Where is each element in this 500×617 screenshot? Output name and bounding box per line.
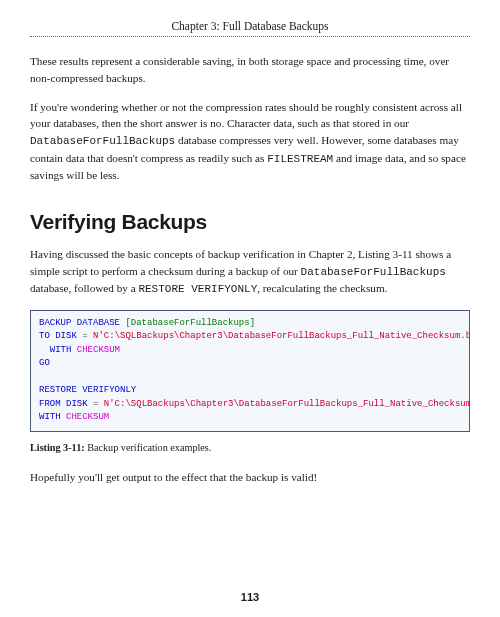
code-listing: BACKUP DATABASE [DatabaseForFullBackups]… [30,310,470,432]
body-paragraph-2: If you're wondering whether or not the c… [30,99,470,184]
body-paragraph-4: Hopefully you'll get output to the effec… [30,469,470,486]
sql-keyword: BACKUP [39,318,71,328]
inline-code-databasename: DatabaseForFullBackups [30,135,175,147]
section-heading: Verifying Backups [30,210,470,234]
inline-code-filestream: FILESTREAM [267,153,333,165]
sql-keyword: WITH [39,345,71,355]
inline-code-databasename: DatabaseForFullBackups [301,266,446,278]
text-run: database, followed by a [30,282,138,294]
sql-keyword: GO [39,358,50,368]
body-paragraph-1: These results represent a considerable s… [30,53,470,87]
sql-keyword: FROM [39,399,61,409]
sql-keyword: WITH [39,412,61,422]
sql-keyword: VERIFYONLY [77,385,136,395]
sql-keyword: DATABASE [71,318,125,328]
body-paragraph-3: Having discussed the basic concepts of b… [30,246,470,298]
inline-code-restore-verifyonly: RESTORE VERIFYONLY [138,283,257,295]
sql-keyword: DISK [50,331,82,341]
sql-identifier: [DatabaseForFullBackups] [125,318,255,328]
listing-description: Backup verification examples. [85,442,212,453]
sql-string: N'C:\SQLBackups\Chapter3\DatabaseForFull… [88,331,470,341]
sql-keyword: TO [39,331,50,341]
listing-label: Listing 3-11: [30,442,85,453]
sql-option: CHECKSUM [71,345,120,355]
text-run: If you're wondering whether or not the c… [30,101,462,130]
listing-caption: Listing 3-11: Backup verification exampl… [30,442,470,453]
page-number: 113 [0,591,500,603]
page-content: Chapter 3: Full Database Backups These r… [0,0,500,508]
sql-keyword: DISK [61,399,93,409]
sql-option: CHECKSUM [61,412,110,422]
chapter-header: Chapter 3: Full Database Backups [30,20,470,37]
text-run: , recalculating the checksum. [257,282,387,294]
sql-string: N'C:\SQLBackups\Chapter3\DatabaseForFull… [98,399,470,409]
sql-keyword: RESTORE [39,385,77,395]
